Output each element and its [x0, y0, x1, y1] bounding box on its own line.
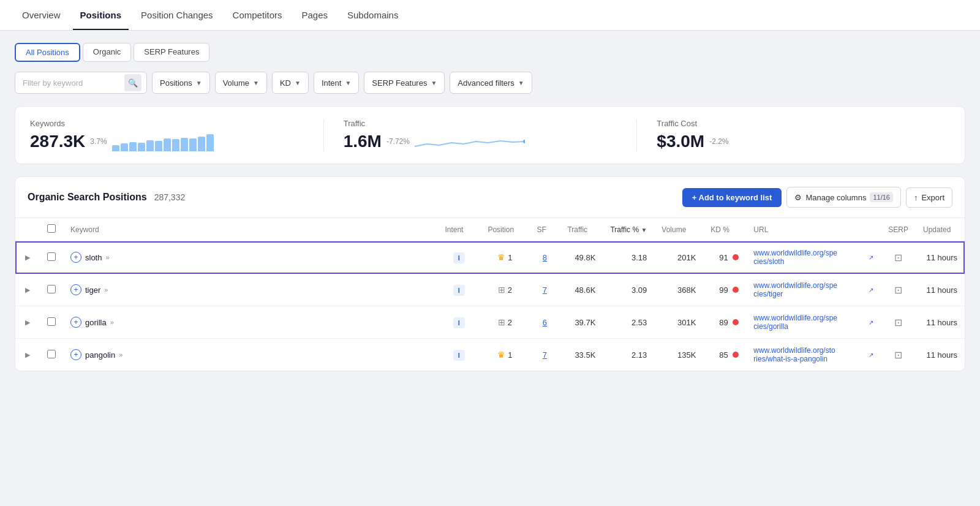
add-to-keyword-list-button[interactable]: + Add to keyword list [682, 188, 782, 207]
nav-tab-subdomains[interactable]: Subdomains [340, 0, 405, 30]
row-updated-cell: 11 hours [916, 306, 965, 339]
intent-badge: I [453, 252, 465, 263]
row-traffic-cell: 39.7K [560, 306, 603, 339]
traffic-value: 1.6M [344, 132, 382, 151]
volume-filter-dropdown[interactable]: Volume ▼ [215, 72, 267, 94]
intent-filter-dropdown[interactable]: Intent ▼ [314, 72, 359, 94]
search-button[interactable]: 🔍 [124, 74, 141, 91]
url-text: www.worldwildlife.org/spe cies/tiger [753, 281, 867, 298]
volume-value: 368K [677, 285, 696, 295]
col-header-traffic-pct[interactable]: Traffic % ▼ [603, 218, 654, 241]
table-thead: Keyword Intent Position SF Traffic Traff… [15, 218, 965, 241]
row-kd-cell: 91 [703, 241, 746, 274]
row-serp-cell: ⊡ [881, 241, 916, 274]
traffic-pct-value: 3.18 [631, 253, 647, 262]
row-expand-button[interactable]: ▶ [23, 252, 32, 263]
row-expand-button[interactable]: ▶ [23, 350, 32, 360]
keyword-text: gorilla [85, 318, 107, 327]
url-link[interactable]: www.worldwildlife.org/spe cies/tiger ↗ [753, 281, 873, 298]
serp-preview-icon[interactable]: ⊡ [894, 252, 902, 263]
serp-features-filter-dropdown[interactable]: SERP Features ▼ [364, 72, 445, 94]
volume-value: 201K [677, 253, 696, 262]
nav-tab-competitors[interactable]: Competitors [225, 0, 290, 30]
url-link[interactable]: www.worldwildlife.org/sto ries/what-is-a… [753, 346, 873, 363]
subtab-all-positions[interactable]: All Positions [15, 43, 80, 62]
sf-link[interactable]: 7 [543, 285, 547, 295]
bar-7 [164, 138, 171, 151]
positions-filter-dropdown[interactable]: Positions ▼ [152, 72, 210, 94]
keyword-plus-icon[interactable]: + [70, 349, 81, 360]
col-header-url: URL [746, 218, 881, 241]
row-expand-button[interactable]: ▶ [23, 317, 32, 328]
traffic-change: -7.72% [386, 137, 410, 146]
export-button[interactable]: ↑ Export [906, 187, 952, 208]
row-traffic-pct-cell: 2.53 [603, 306, 654, 339]
row-keyword-cell: + gorilla » [63, 306, 437, 339]
external-link-icon: ↗ [869, 287, 873, 293]
keywords-change: 3.7% [90, 137, 107, 146]
advanced-filters-dropdown[interactable]: Advanced filters ▼ [450, 72, 532, 94]
row-checkbox-cell [40, 339, 63, 371]
col-header-intent: Intent [437, 218, 480, 241]
updated-value: 11 hours [926, 253, 957, 262]
row-expand-button[interactable]: ▶ [23, 285, 32, 295]
url-link[interactable]: www.worldwildlife.org/spe cies/gorilla ↗ [753, 314, 873, 331]
row-keyword-cell: + pangolin » [63, 339, 437, 371]
nav-tab-position-changes[interactable]: Position Changes [134, 0, 221, 30]
row-traffic-pct-cell: 3.09 [603, 274, 654, 306]
subtab-serp-features[interactable]: SERP Features [134, 43, 209, 62]
keyword-plus-icon[interactable]: + [70, 252, 81, 263]
bar-5 [146, 140, 154, 151]
row-traffic-cell: 33.5K [560, 339, 603, 371]
serp-preview-icon[interactable]: ⊡ [894, 350, 902, 360]
traffic-value: 49.8K [575, 253, 595, 262]
nav-tab-positions[interactable]: Positions [73, 0, 129, 30]
position-value: 1 [508, 350, 512, 360]
sf-link[interactable]: 8 [543, 253, 547, 262]
bar-3 [129, 142, 137, 151]
row-checkbox[interactable] [47, 285, 56, 293]
nav-tab-overview[interactable]: Overview [15, 0, 68, 30]
serp-preview-icon[interactable]: ⊡ [894, 317, 902, 328]
row-checkbox[interactable] [47, 350, 56, 358]
table-section: Organic Search Positions 287,332 + Add t… [15, 176, 965, 371]
positions-filter-label: Positions [160, 78, 192, 88]
row-sf-cell: 7 [529, 339, 560, 371]
position-crown: ♛ 1 [488, 252, 522, 262]
kd-value: 85 [719, 350, 728, 360]
row-keyword-cell: + sloth » [63, 241, 437, 274]
advanced-chevron-icon: ▼ [518, 80, 524, 86]
manage-columns-label: Manage columns [805, 193, 866, 202]
sf-link[interactable]: 6 [543, 318, 547, 327]
serp-preview-icon[interactable]: ⊡ [894, 285, 902, 295]
row-expand-cell: ▶ [15, 339, 40, 371]
serp-features-chevron-icon: ▼ [431, 80, 437, 86]
url-link[interactable]: www.worldwildlife.org/spe cies/sloth ↗ [753, 249, 873, 266]
row-checkbox[interactable] [47, 317, 56, 326]
subtab-organic[interactable]: Organic [83, 43, 132, 62]
keyword-plus-icon[interactable]: + [70, 317, 81, 328]
manage-columns-button[interactable]: ⚙ Manage columns 11/16 [786, 187, 901, 208]
sf-link[interactable]: 7 [543, 350, 547, 360]
updated-value: 11 hours [926, 318, 957, 327]
crown-icon: ♛ [497, 252, 505, 262]
keyword-plus-icon[interactable]: + [70, 284, 81, 295]
export-label: Export [921, 193, 944, 202]
row-position-cell: ♛ 1 [480, 241, 529, 274]
traffic-cost-value-row: $3.0M -2.2% [657, 132, 930, 151]
kd-filter-dropdown[interactable]: KD ▼ [272, 72, 309, 94]
position-value: 2 [508, 318, 512, 327]
select-all-checkbox[interactable] [47, 224, 56, 233]
row-url-cell: www.worldwildlife.org/spe cies/gorilla ↗ [746, 306, 881, 339]
intent-filter-label: Intent [322, 78, 342, 88]
traffic-value: 33.5K [575, 350, 595, 360]
row-intent-cell: I [437, 339, 480, 371]
keyword-filter-input[interactable] [23, 78, 121, 88]
export-icon: ↑ [914, 193, 918, 202]
nav-tab-pages[interactable]: Pages [294, 0, 335, 30]
keywords-label: Keywords [30, 119, 304, 128]
bar-2 [121, 143, 128, 151]
traffic-pct-value: 2.53 [631, 318, 647, 327]
row-checkbox[interactable] [47, 252, 56, 261]
row-expand-cell: ▶ [15, 274, 40, 306]
